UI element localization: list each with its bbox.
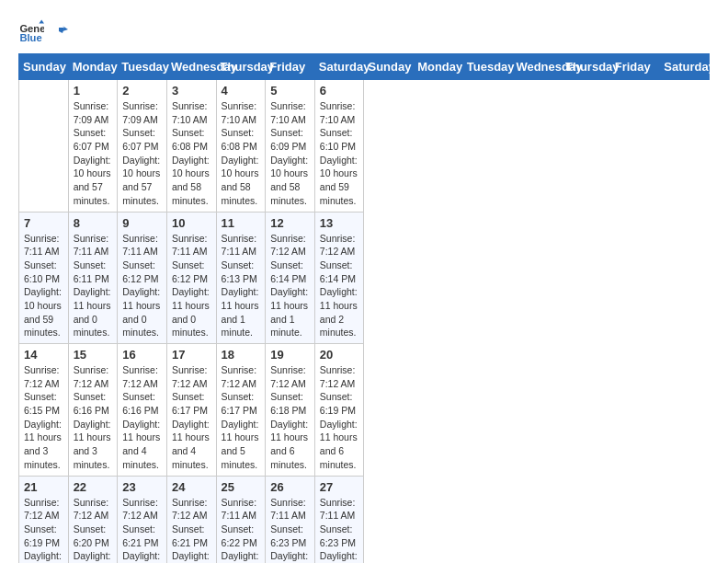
day-number: 5 bbox=[270, 84, 310, 98]
logo: General Blue bbox=[18, 18, 70, 44]
day-number: 12 bbox=[270, 216, 310, 230]
week-row-2: 7Sunrise: 7:11 AM Sunset: 6:10 PM Daylig… bbox=[19, 212, 710, 344]
day-number: 10 bbox=[172, 216, 211, 230]
day-info: Sunrise: 7:11 AM Sunset: 6:12 PM Dayligh… bbox=[122, 232, 162, 340]
day-number: 4 bbox=[222, 84, 261, 98]
svg-text:Blue: Blue bbox=[19, 32, 41, 43]
calendar-cell: 27Sunrise: 7:11 AM Sunset: 6:23 PM Dayli… bbox=[314, 476, 364, 563]
day-number: 20 bbox=[320, 348, 359, 362]
col-header-thursday: Thursday bbox=[562, 54, 611, 80]
col-header-sunday: Sunday bbox=[364, 54, 414, 80]
calendar-cell: 11Sunrise: 7:11 AM Sunset: 6:13 PM Dayli… bbox=[216, 212, 266, 344]
week-row-4: 21Sunrise: 7:12 AM Sunset: 6:19 PM Dayli… bbox=[19, 476, 710, 563]
col-header-tuesday: Tuesday bbox=[462, 54, 512, 80]
week-row-3: 14Sunrise: 7:12 AM Sunset: 6:15 PM Dayli… bbox=[19, 344, 710, 477]
calendar-cell: 14Sunrise: 7:12 AM Sunset: 6:15 PM Dayli… bbox=[19, 344, 69, 477]
day-number: 6 bbox=[320, 84, 359, 98]
day-number: 11 bbox=[222, 216, 261, 230]
day-number: 1 bbox=[74, 84, 113, 98]
day-info: Sunrise: 7:12 AM Sunset: 6:17 PM Dayligh… bbox=[222, 363, 261, 472]
day-number: 22 bbox=[74, 480, 113, 494]
day-number: 27 bbox=[320, 480, 359, 494]
svg-marker-3 bbox=[39, 19, 44, 23]
day-number: 2 bbox=[122, 84, 162, 98]
day-info: Sunrise: 7:11 AM Sunset: 6:23 PM Dayligh… bbox=[270, 496, 310, 564]
day-info: Sunrise: 7:10 AM Sunset: 6:09 PM Dayligh… bbox=[270, 99, 310, 208]
day-number: 14 bbox=[24, 348, 63, 362]
logo-icon: General Blue bbox=[18, 18, 44, 44]
day-number: 13 bbox=[320, 216, 359, 230]
calendar-cell: 19Sunrise: 7:12 AM Sunset: 6:18 PM Dayli… bbox=[266, 344, 315, 477]
day-info: Sunrise: 7:12 AM Sunset: 6:15 PM Dayligh… bbox=[24, 363, 63, 472]
calendar-cell: 18Sunrise: 7:12 AM Sunset: 6:17 PM Dayli… bbox=[216, 344, 266, 477]
col-header-friday: Friday bbox=[266, 54, 315, 80]
col-header-saturday: Saturday bbox=[660, 54, 710, 80]
calendar-cell: 7Sunrise: 7:11 AM Sunset: 6:10 PM Daylig… bbox=[19, 212, 69, 344]
day-info: Sunrise: 7:12 AM Sunset: 6:17 PM Dayligh… bbox=[172, 363, 211, 472]
day-info: Sunrise: 7:11 AM Sunset: 6:13 PM Dayligh… bbox=[222, 232, 261, 340]
day-number: 17 bbox=[172, 348, 211, 362]
col-header-friday: Friday bbox=[610, 54, 660, 80]
day-info: Sunrise: 7:12 AM Sunset: 6:20 PM Dayligh… bbox=[74, 496, 113, 564]
col-header-saturday: Saturday bbox=[314, 54, 364, 80]
calendar-cell: 8Sunrise: 7:11 AM Sunset: 6:11 PM Daylig… bbox=[68, 212, 118, 344]
calendar-cell: 21Sunrise: 7:12 AM Sunset: 6:19 PM Dayli… bbox=[19, 476, 69, 563]
col-header-wednesday: Wednesday bbox=[166, 54, 216, 80]
col-header-monday: Monday bbox=[414, 54, 463, 80]
calendar-cell bbox=[19, 80, 69, 213]
calendar-cell: 22Sunrise: 7:12 AM Sunset: 6:20 PM Dayli… bbox=[68, 476, 118, 563]
calendar-cell: 9Sunrise: 7:11 AM Sunset: 6:12 PM Daylig… bbox=[118, 212, 167, 344]
calendar-cell: 25Sunrise: 7:11 AM Sunset: 6:22 PM Dayli… bbox=[216, 476, 266, 563]
day-info: Sunrise: 7:11 AM Sunset: 6:23 PM Dayligh… bbox=[320, 496, 359, 564]
col-header-sunday: Sunday bbox=[19, 54, 69, 80]
calendar-cell: 15Sunrise: 7:12 AM Sunset: 6:16 PM Dayli… bbox=[68, 344, 118, 477]
page-header: General Blue bbox=[18, 18, 710, 44]
calendar-cell: 13Sunrise: 7:12 AM Sunset: 6:14 PM Dayli… bbox=[314, 212, 364, 344]
day-info: Sunrise: 7:12 AM Sunset: 6:14 PM Dayligh… bbox=[320, 232, 359, 340]
calendar-table: SundayMondayTuesdayWednesdayThursdayFrid… bbox=[18, 53, 710, 563]
day-number: 15 bbox=[74, 348, 113, 362]
calendar-cell: 1Sunrise: 7:09 AM Sunset: 6:07 PM Daylig… bbox=[68, 80, 118, 213]
week-row-1: 1Sunrise: 7:09 AM Sunset: 6:07 PM Daylig… bbox=[19, 80, 710, 213]
calendar-cell: 23Sunrise: 7:12 AM Sunset: 6:21 PM Dayli… bbox=[118, 476, 167, 563]
day-number: 19 bbox=[270, 348, 310, 362]
day-info: Sunrise: 7:10 AM Sunset: 6:08 PM Dayligh… bbox=[172, 99, 211, 208]
day-number: 7 bbox=[24, 216, 63, 230]
calendar-cell: 6Sunrise: 7:10 AM Sunset: 6:10 PM Daylig… bbox=[314, 80, 364, 213]
day-info: Sunrise: 7:11 AM Sunset: 6:10 PM Dayligh… bbox=[24, 232, 63, 340]
calendar-cell: 20Sunrise: 7:12 AM Sunset: 6:19 PM Dayli… bbox=[314, 344, 364, 477]
day-info: Sunrise: 7:12 AM Sunset: 6:16 PM Dayligh… bbox=[122, 363, 162, 472]
day-info: Sunrise: 7:12 AM Sunset: 6:16 PM Dayligh… bbox=[74, 363, 113, 472]
day-info: Sunrise: 7:10 AM Sunset: 6:10 PM Dayligh… bbox=[320, 99, 359, 208]
day-info: Sunrise: 7:12 AM Sunset: 6:21 PM Dayligh… bbox=[172, 496, 211, 564]
day-number: 23 bbox=[122, 480, 162, 494]
col-header-thursday: Thursday bbox=[216, 54, 266, 80]
day-number: 18 bbox=[222, 348, 261, 362]
day-info: Sunrise: 7:11 AM Sunset: 6:22 PM Dayligh… bbox=[222, 496, 261, 564]
col-header-tuesday: Tuesday bbox=[118, 54, 167, 80]
calendar-header-row: SundayMondayTuesdayWednesdayThursdayFrid… bbox=[19, 54, 710, 80]
day-info: Sunrise: 7:12 AM Sunset: 6:14 PM Dayligh… bbox=[270, 232, 310, 340]
calendar-cell: 4Sunrise: 7:10 AM Sunset: 6:08 PM Daylig… bbox=[216, 80, 266, 213]
calendar-cell: 2Sunrise: 7:09 AM Sunset: 6:07 PM Daylig… bbox=[118, 80, 167, 213]
day-number: 21 bbox=[24, 480, 63, 494]
day-info: Sunrise: 7:12 AM Sunset: 6:19 PM Dayligh… bbox=[320, 363, 359, 472]
calendar-cell: 5Sunrise: 7:10 AM Sunset: 6:09 PM Daylig… bbox=[266, 80, 315, 213]
day-info: Sunrise: 7:09 AM Sunset: 6:07 PM Dayligh… bbox=[122, 99, 162, 208]
day-info: Sunrise: 7:12 AM Sunset: 6:19 PM Dayligh… bbox=[24, 496, 63, 564]
calendar-cell: 16Sunrise: 7:12 AM Sunset: 6:16 PM Dayli… bbox=[118, 344, 167, 477]
calendar-cell: 12Sunrise: 7:12 AM Sunset: 6:14 PM Dayli… bbox=[266, 212, 315, 344]
day-number: 26 bbox=[270, 480, 310, 494]
day-info: Sunrise: 7:12 AM Sunset: 6:21 PM Dayligh… bbox=[122, 496, 162, 564]
calendar-cell: 26Sunrise: 7:11 AM Sunset: 6:23 PM Dayli… bbox=[266, 476, 315, 563]
col-header-monday: Monday bbox=[68, 54, 118, 80]
day-number: 8 bbox=[74, 216, 113, 230]
day-number: 25 bbox=[222, 480, 261, 494]
day-number: 3 bbox=[172, 84, 211, 98]
calendar-cell: 3Sunrise: 7:10 AM Sunset: 6:08 PM Daylig… bbox=[166, 80, 216, 213]
logo-bird-icon bbox=[50, 22, 68, 40]
calendar-cell: 10Sunrise: 7:11 AM Sunset: 6:12 PM Dayli… bbox=[166, 212, 216, 344]
day-info: Sunrise: 7:12 AM Sunset: 6:18 PM Dayligh… bbox=[270, 363, 310, 472]
day-number: 16 bbox=[122, 348, 162, 362]
day-number: 9 bbox=[122, 216, 162, 230]
